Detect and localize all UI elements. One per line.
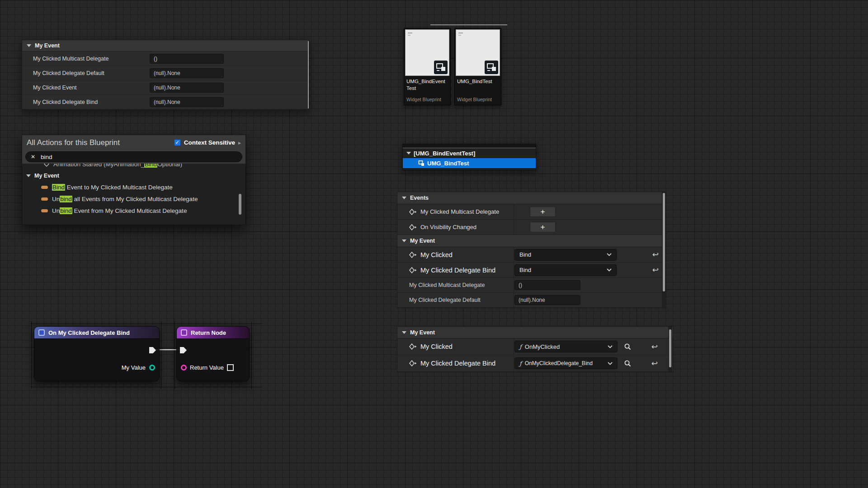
delegate-pin-icon	[409, 252, 417, 258]
chevron-down-icon	[402, 331, 406, 334]
reset-to-default-icon[interactable]: ↩	[652, 251, 659, 258]
property-value-field[interactable]: (null).None	[150, 68, 224, 78]
node-header[interactable]: Return Node	[177, 327, 249, 339]
category-label: My Event	[34, 173, 59, 179]
property-value-field[interactable]: (null).None	[514, 295, 580, 305]
property-label: My Clicked Delegate Default	[409, 297, 481, 303]
return-value-input-pin[interactable]	[181, 365, 187, 371]
actions-result-list: Animation Started (MyAnimation_BindOptio…	[22, 164, 245, 225]
list-item[interactable]: Bind Event to My Clicked Multicast Deleg…	[22, 181, 245, 193]
asset-thumbnail	[405, 29, 449, 76]
chevron-down-icon	[27, 44, 31, 47]
property-label: My Clicked Delegate Default	[22, 70, 150, 76]
context-sensitive-checkbox[interactable]: ✓	[174, 139, 181, 146]
asset-tile-label: UMG_BindEventTest Widget Blueprint	[404, 77, 450, 105]
thumbnail-text-mark	[458, 33, 463, 33]
property-row: My Clicked Multicast Delegate ()	[22, 52, 309, 66]
property-value-field[interactable]: (null).None	[150, 97, 224, 107]
list-item[interactable]: Unbind Event from My Clicked Multicast D…	[22, 205, 245, 216]
exec-output-pin[interactable]	[149, 347, 156, 353]
asset-type: Widget Blueprint	[457, 97, 492, 102]
scrollbar[interactable]	[239, 194, 241, 215]
close-icon[interactable]: ✕	[31, 154, 35, 160]
dropdown-value: OnMyClicked	[525, 343, 560, 350]
search-match-highlight: Bind	[144, 164, 157, 168]
bind-property-row: My Clicked Delegate Bind Bind ↩	[397, 263, 666, 278]
property-row: My Clicked Event (null).None	[22, 80, 309, 95]
value-output-pin[interactable]	[149, 365, 155, 371]
list-item[interactable]: Animation Started (MyAnimation_BindOptio…	[22, 164, 245, 170]
category-label: My Event	[410, 238, 435, 244]
crop-mark	[161, 321, 161, 389]
search-icon[interactable]	[624, 343, 632, 351]
asset-thumbnail	[456, 29, 500, 76]
event-node-icon	[38, 329, 45, 336]
property-value-field[interactable]: ()	[514, 280, 580, 290]
property-value-field[interactable]: (null).None	[150, 83, 224, 93]
add-event-button[interactable]: +	[530, 206, 556, 217]
submenu-arrow-icon[interactable]: ▸	[238, 140, 241, 146]
category-header-my-event[interactable]: My Event	[22, 40, 309, 52]
node-header[interactable]: On My Clicked Delegate Bind	[34, 327, 159, 339]
crop-mark	[31, 321, 32, 389]
list-item-label: Bind Event to My Clicked Multicast Deleg…	[52, 184, 173, 191]
bind-dropdown[interactable]: Bind	[514, 249, 617, 261]
output-pin-row: My Value	[122, 364, 155, 371]
category-header-my-event[interactable]: My Event	[397, 235, 666, 247]
search-input[interactable]: ✕ bind	[25, 151, 242, 162]
chevron-down-icon	[402, 197, 406, 199]
property-value-text: ()	[519, 282, 522, 288]
property-row: My Clicked Delegate Default (null).None	[397, 293, 666, 308]
scrollbar[interactable]	[669, 329, 671, 367]
add-event-button[interactable]: +	[530, 222, 556, 232]
scrollbar[interactable]	[308, 41, 309, 108]
bind-dropdown[interactable]: Bind	[514, 264, 617, 276]
graph-node-return[interactable]: Return Node Return Value	[176, 326, 250, 381]
all-actions-menu-panel: All Actions for this Blueprint ✓ Context…	[22, 135, 246, 225]
list-item[interactable]: Unbind all Events from My Clicked Multic…	[22, 193, 245, 205]
hierarchy-item-label: UMG_BindTest	[427, 160, 469, 167]
node-title: On My Clicked Delegate Bind	[48, 329, 130, 336]
search-icon[interactable]	[624, 360, 632, 367]
hierarchy-root-label: [UMG_BindEventTest]	[414, 150, 475, 157]
exec-input-pin[interactable]	[180, 347, 187, 353]
hierarchy-root-row[interactable]: [UMG_BindEventTest]	[403, 148, 536, 158]
my-event-details-panel: My Event My Clicked Multicast Delegate (…	[22, 40, 309, 110]
category-header-my-event[interactable]: My Event	[397, 327, 673, 338]
delegate-icon	[41, 209, 48, 212]
delegate-icon	[41, 197, 48, 201]
category-header-events[interactable]: Events	[397, 192, 666, 204]
reset-to-default-icon[interactable]: ↩	[651, 343, 658, 351]
function-icon: ƒ	[519, 360, 522, 367]
category-label: My Event	[410, 329, 435, 336]
asset-tile[interactable]: UMG_BindTest Widget Blueprint	[454, 28, 501, 105]
widget-blueprint-icon	[418, 160, 425, 166]
scrollbar[interactable]	[663, 193, 665, 291]
chevron-down-icon	[406, 152, 411, 155]
window-edge	[430, 24, 507, 25]
events-details-panel: Events My Clicked Multicast Delegate + O…	[397, 192, 666, 308]
actions-menu-titlebar: All Actions for this Blueprint ✓ Context…	[22, 135, 245, 150]
function-dropdown[interactable]: ƒ OnMyClickedDelegate_Bind	[514, 357, 618, 369]
function-dropdown[interactable]: ƒ OnMyClicked	[514, 341, 618, 352]
hierarchy-selected-row[interactable]: UMG_BindTest	[403, 158, 536, 168]
search-query-text: bind	[41, 154, 52, 160]
function-node-icon	[181, 329, 187, 336]
asset-tile[interactable]: UMG_BindEventTest Widget Blueprint	[404, 28, 451, 105]
bool-default-checkbox[interactable]	[227, 364, 234, 371]
property-label: My Clicked	[420, 343, 453, 350]
property-label: My Clicked Event	[22, 84, 150, 91]
property-value-field[interactable]: ()	[150, 54, 224, 64]
property-label: My Clicked Multicast Delegate	[22, 56, 150, 62]
reset-to-default-icon[interactable]: ↩	[652, 266, 659, 274]
chevron-down-icon	[607, 268, 612, 272]
panel-top-edge	[403, 144, 536, 148]
category-header-my-event[interactable]: My Event	[22, 170, 245, 181]
chevron-down-icon	[608, 345, 613, 348]
property-label: My Clicked Delegate Bind	[22, 99, 150, 105]
chevron-down-icon	[608, 362, 613, 365]
check-icon: ✓	[175, 140, 179, 145]
reset-to-default-icon[interactable]: ↩	[651, 360, 658, 367]
graph-node-on-my-clicked-delegate-bind[interactable]: On My Clicked Delegate Bind My Value	[34, 326, 160, 381]
property-row: My Clicked Delegate Default (null).None	[22, 66, 309, 80]
